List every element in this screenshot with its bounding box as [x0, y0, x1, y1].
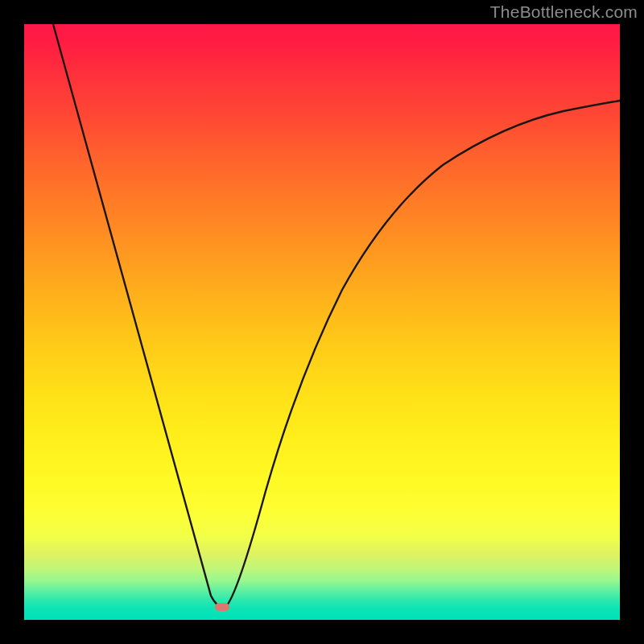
bottleneck-curve	[53, 24, 620, 607]
watermark-text: TheBottleneck.com	[490, 2, 638, 22]
plot-area	[24, 24, 620, 620]
curve-layer	[24, 24, 620, 620]
chart-frame: TheBottleneck.com	[0, 0, 644, 644]
optimum-marker	[215, 603, 229, 611]
